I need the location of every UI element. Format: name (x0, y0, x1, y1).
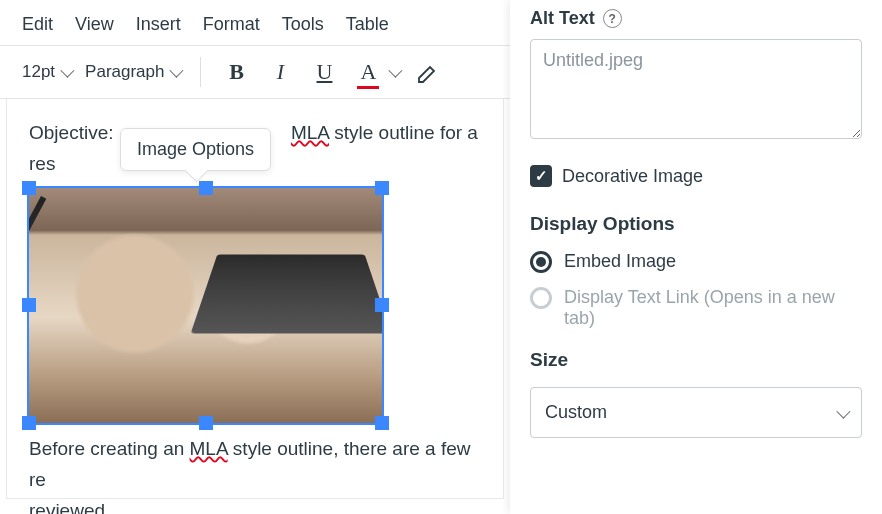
chevron-down-icon (836, 404, 850, 418)
decorative-image-label: Decorative Image (562, 166, 703, 187)
toolbar: 12pt Paragraph B I U A (0, 45, 510, 99)
resize-handle-e[interactable] (375, 298, 389, 312)
menu-tools[interactable]: Tools (282, 14, 324, 35)
radio-selected-icon (530, 251, 552, 273)
resize-handle-s[interactable] (199, 416, 213, 430)
alt-text-input[interactable] (530, 39, 862, 139)
italic-button[interactable]: I (265, 57, 295, 87)
menu-edit[interactable]: Edit (22, 14, 53, 35)
block-format-value: Paragraph (85, 62, 164, 82)
display-options-title: Display Options (530, 213, 862, 235)
highlight-button[interactable] (413, 57, 443, 87)
resize-handle-se[interactable] (375, 416, 389, 430)
radio-unselected-icon (530, 287, 552, 309)
paragraph-2: Before creating an MLA style outline, th… (29, 433, 481, 496)
toolbar-divider (200, 57, 201, 87)
editor-pane: Edit View Insert Format Tools Table 12pt… (0, 0, 510, 514)
paragraph-3: reviewed. (29, 495, 481, 514)
resize-handle-ne[interactable] (375, 181, 389, 195)
block-format-select[interactable]: Paragraph (85, 62, 180, 82)
tooltip-label: Image Options (137, 139, 254, 159)
size-value: Custom (545, 402, 607, 423)
display-text-link-radio[interactable]: Display Text Link (Opens in a new tab) (530, 287, 862, 329)
checkbox-checked-icon: ✓ (530, 165, 552, 187)
help-icon[interactable]: ? (603, 9, 622, 28)
menu-view[interactable]: View (75, 14, 114, 35)
menu-format[interactable]: Format (203, 14, 260, 35)
resize-handle-n[interactable] (199, 181, 213, 195)
resize-handle-nw[interactable] (22, 181, 36, 195)
chevron-down-icon (170, 64, 184, 78)
size-label: Size (530, 349, 862, 371)
embed-image-radio[interactable]: Embed Image (530, 251, 862, 273)
spellcheck-mark: MLA (291, 122, 329, 143)
image-placeholder (29, 188, 382, 423)
image-options-panel: Alt Text ? ✓ Decorative Image Display Op… (510, 0, 882, 514)
resize-handle-sw[interactable] (22, 416, 36, 430)
text-color-button[interactable]: A (353, 57, 399, 87)
menubar: Edit View Insert Format Tools Table (0, 0, 510, 45)
spellcheck-mark: MLA (190, 438, 228, 459)
font-size-select[interactable]: 12pt (22, 62, 71, 82)
chevron-down-icon (60, 64, 74, 78)
size-select[interactable]: Custom (530, 387, 862, 438)
selected-image[interactable] (29, 188, 382, 423)
display-text-link-label: Display Text Link (Opens in a new tab) (564, 287, 862, 329)
chevron-down-icon (389, 64, 403, 78)
bold-button[interactable]: B (221, 57, 251, 87)
menu-insert[interactable]: Insert (136, 14, 181, 35)
marker-icon (416, 60, 440, 84)
decorative-image-checkbox[interactable]: ✓ Decorative Image (530, 165, 862, 187)
alt-text-label: Alt Text ? (530, 0, 862, 29)
menu-table[interactable]: Table (346, 14, 389, 35)
image-options-tooltip[interactable]: Image Options (120, 128, 271, 171)
underline-button[interactable]: U (309, 57, 339, 87)
embed-image-label: Embed Image (564, 251, 676, 272)
font-size-value: 12pt (22, 62, 55, 82)
resize-handle-w[interactable] (22, 298, 36, 312)
